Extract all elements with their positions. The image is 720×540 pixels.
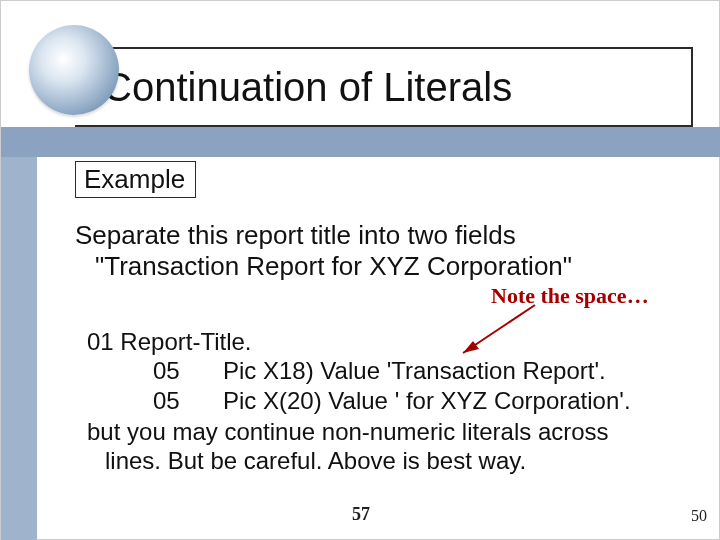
- content-area: Example Separate this report title into …: [75, 161, 695, 281]
- code-line-3: 05Pic X(20) Value ' for XYZ Corporation'…: [87, 386, 707, 415]
- code-note-line2: lines. But be careful. Above is best way…: [87, 446, 707, 475]
- note-callout: Note the space…: [491, 283, 649, 309]
- intro-line2: "Transaction Report for XYZ Corporation": [75, 251, 695, 282]
- code-block: 01 Report-Title. 05Pic X18) Value 'Trans…: [87, 327, 707, 475]
- code-line-3-rest: Pic X(20) Value ' for XYZ Corporation'.: [223, 387, 631, 414]
- page-number-right: 50: [691, 507, 707, 525]
- title-box: Continuation of Literals: [75, 47, 693, 127]
- slide: Continuation of Literals Example Separat…: [0, 0, 720, 540]
- intro-line1: Separate this report title into two fiel…: [75, 220, 695, 251]
- code-line-2: 05Pic X18) Value 'Transaction Report'.: [87, 356, 707, 385]
- intro-text: Separate this report title into two fiel…: [75, 220, 695, 281]
- left-strip: [1, 157, 37, 540]
- code-note-line1: but you may continue non-numeric literal…: [87, 417, 707, 446]
- level-05: 05: [153, 386, 223, 415]
- example-label: Example: [75, 161, 196, 198]
- level-05: 05: [153, 356, 223, 385]
- page-number-center: 57: [1, 504, 720, 525]
- slide-title: Continuation of Literals: [103, 65, 512, 110]
- code-note: but you may continue non-numeric literal…: [87, 417, 707, 476]
- header-band: [1, 127, 720, 157]
- code-line-1: 01 Report-Title.: [87, 327, 707, 356]
- bubble-icon: [29, 25, 119, 115]
- code-line-2-rest: Pic X18) Value 'Transaction Report'.: [223, 357, 606, 384]
